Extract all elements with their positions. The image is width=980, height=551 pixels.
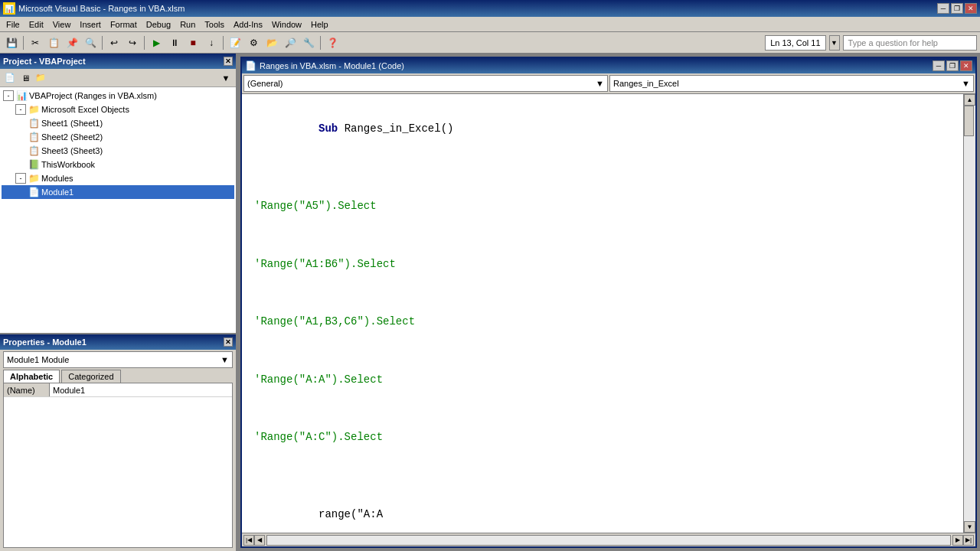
scrollbar-down-btn[interactable]: ▼ xyxy=(964,521,975,533)
minimize-button[interactable]: ─ xyxy=(937,3,949,14)
menu-addins[interactable]: Add-Ins xyxy=(229,19,267,30)
help-input[interactable]: Type a question for help xyxy=(843,35,977,51)
tab-categorized[interactable]: Categorized xyxy=(61,370,120,383)
close-button[interactable]: ✕ xyxy=(965,3,977,14)
toolbar-stop-btn[interactable]: ■ xyxy=(185,34,201,51)
project-tree[interactable]: - 📊 VBAProject (Ranges in VBA.xlsm) - 📁 … xyxy=(0,87,236,333)
modules-expander[interactable]: - xyxy=(15,173,26,184)
project-view-form-btn[interactable]: 🖥 xyxy=(18,71,32,85)
restore-button[interactable]: ❐ xyxy=(951,3,963,14)
menu-insert[interactable]: Insert xyxy=(75,19,106,30)
menu-window[interactable]: Window xyxy=(267,19,306,30)
code-sub-dropdown[interactable]: Ranges_in_Excel ▼ xyxy=(609,75,974,92)
properties-grid: (Name) Module1 xyxy=(3,383,233,548)
tree-thisworkbook[interactable]: 📗 ThisWorkbook xyxy=(2,158,234,171)
code-next-proc-btn[interactable]: ▶ xyxy=(952,535,963,546)
code-scrollbar-horizontal[interactable] xyxy=(266,535,951,546)
props-name-value[interactable]: Module1 xyxy=(50,383,232,396)
toolbar-pause-btn[interactable]: ⏸ xyxy=(166,34,183,51)
code-line-blank8 xyxy=(254,350,957,370)
code-general-dropdown[interactable]: (General) ▼ xyxy=(243,75,608,92)
scrollbar-thumb[interactable] xyxy=(964,106,974,136)
toolbar-cut-btn[interactable]: ✂ xyxy=(27,34,44,51)
properties-dropdown-text: Module1 Module xyxy=(7,355,69,364)
toolbar-props-btn[interactable]: ⚙ xyxy=(245,34,262,51)
code-general-arrow: ▼ xyxy=(596,79,604,88)
toolbar-help-btn[interactable]: ❓ xyxy=(324,34,341,51)
toolbar-status: Ln 13, Col 11 ▼ Type a question for help xyxy=(765,35,977,51)
toolbar-userform-btn[interactable]: 📝 xyxy=(227,34,243,51)
sheet2-label: Sheet2 (Sheet2) xyxy=(41,132,103,142)
project-panel-title: Project - VBAProject xyxy=(3,57,86,66)
tree-module1[interactable]: 📄 Module1 xyxy=(2,185,234,199)
properties-dropdown[interactable]: Module1 Module ▼ xyxy=(3,351,233,368)
code-prev-proc-btn[interactable]: ◀ xyxy=(254,535,265,546)
tree-sheet1[interactable]: 📋 Sheet1 (Sheet1) xyxy=(2,116,234,130)
code-line-1: 'Range("A5").Select xyxy=(254,197,957,216)
code-window-buttons: ─ ❐ ✕ xyxy=(933,60,972,71)
status-dropdown-btn[interactable]: ▼ xyxy=(829,35,840,51)
menu-edit[interactable]: Edit xyxy=(24,19,48,30)
toolbar-explorer-btn[interactable]: 📂 xyxy=(263,34,280,51)
toolbar-step-btn[interactable]: ↓ xyxy=(203,34,220,51)
menu-tools[interactable]: Tools xyxy=(200,19,229,30)
project-panel-close[interactable]: ✕ xyxy=(224,57,233,66)
app-title-bar: 📊 Microsoft Visual Basic - Ranges in VBA… xyxy=(0,0,980,17)
toolbar-find-btn[interactable]: 🔍 xyxy=(82,34,99,51)
toolbar-toolbox-btn[interactable]: 🔧 xyxy=(300,34,317,51)
sheet1-label: Sheet1 (Sheet1) xyxy=(41,119,103,128)
tree-vbaproject-root[interactable]: - 📊 VBAProject (Ranges in VBA.xlsm) xyxy=(2,89,234,103)
code-proc-start-btn[interactable]: |◀ xyxy=(243,535,254,546)
code-title-left: 📄 Ranges in VBA.xlsm - Module1 (Code) xyxy=(245,60,404,71)
props-row-name: (Name) Module1 xyxy=(4,383,232,397)
scrollbar-track[interactable] xyxy=(964,106,975,521)
code-close-btn[interactable]: ✕ xyxy=(960,60,972,71)
code-sub-arrow: ▼ xyxy=(962,79,970,88)
project-view-code-btn[interactable]: 📄 xyxy=(3,71,17,85)
thisworkbook-label: ThisWorkbook xyxy=(41,160,95,169)
project-toggle-btn[interactable]: 📁 xyxy=(34,71,47,85)
modules-label: Modules xyxy=(41,174,74,183)
code-line-blank2 xyxy=(254,178,957,197)
sub-keyword: Sub xyxy=(318,122,345,135)
toolbar-sep-2 xyxy=(102,36,103,50)
code-editor[interactable]: Sub Ranges_in_Excel() 'Range("A5").Selec… xyxy=(242,94,963,533)
toolbar-paste-btn[interactable]: 📌 xyxy=(64,34,80,51)
tree-sheet3[interactable]: 📋 Sheet3 (Sheet3) xyxy=(2,144,234,158)
tree-excel-objects-folder[interactable]: - 📁 Microsoft Excel Objects xyxy=(2,103,234,116)
toolbar-objbrowser-btn[interactable]: 🔎 xyxy=(282,34,299,51)
vbaproject-expander[interactable]: - xyxy=(3,90,14,101)
menu-format[interactable]: Format xyxy=(106,19,142,30)
menu-debug[interactable]: Debug xyxy=(142,19,175,30)
excel-objects-icon: 📁 xyxy=(28,103,40,116)
code-line-range: range("A:A xyxy=(254,486,957,533)
code-restore-btn[interactable]: ❐ xyxy=(946,60,959,71)
code-scroll-right-btn[interactable]: ▶| xyxy=(963,535,974,546)
project-panel-header: Project - VBAProject ✕ xyxy=(0,54,236,69)
toolbar-redo-btn[interactable]: ↪ xyxy=(124,34,141,51)
tree-sheet2[interactable]: 📋 Sheet2 (Sheet2) xyxy=(2,130,234,144)
menu-run[interactable]: Run xyxy=(175,19,200,30)
menu-help[interactable]: Help xyxy=(306,19,333,30)
project-scroll-down[interactable]: ▼ xyxy=(219,71,233,85)
toolbar-sep-5 xyxy=(320,36,321,50)
code-bottom-bar: |◀ ◀ ▶ ▶| xyxy=(242,533,975,546)
excel-objects-expander[interactable]: - xyxy=(15,104,26,115)
toolbar-run-btn[interactable]: ▶ xyxy=(148,34,165,51)
menu-bar: File Edit View Insert Format Debug Run T… xyxy=(0,17,980,32)
left-panel: Project - VBAProject ✕ 📄 🖥 📁 ▼ - 📊 VBAPr… xyxy=(0,54,237,551)
toolbar-copy-btn[interactable]: 📋 xyxy=(45,34,62,51)
code-line-blank7 xyxy=(254,331,957,350)
toolbar-save-btn[interactable]: 💾 xyxy=(3,34,20,51)
scrollbar-up-btn[interactable]: ▲ xyxy=(964,94,975,106)
menu-file[interactable]: File xyxy=(2,19,24,30)
code-scrollbar-vertical[interactable]: ▲ ▼ xyxy=(963,94,975,533)
menu-view[interactable]: View xyxy=(48,19,76,30)
tree-modules-folder[interactable]: - 📁 Modules xyxy=(2,171,234,185)
app-icon: 📊 xyxy=(3,2,15,15)
sheet1-icon: 📋 xyxy=(28,117,40,129)
toolbar-undo-btn[interactable]: ↩ xyxy=(106,34,122,51)
tab-alphabetic[interactable]: Alphabetic xyxy=(3,370,60,383)
properties-panel-close[interactable]: ✕ xyxy=(224,337,233,347)
code-minimize-btn[interactable]: ─ xyxy=(933,60,945,71)
